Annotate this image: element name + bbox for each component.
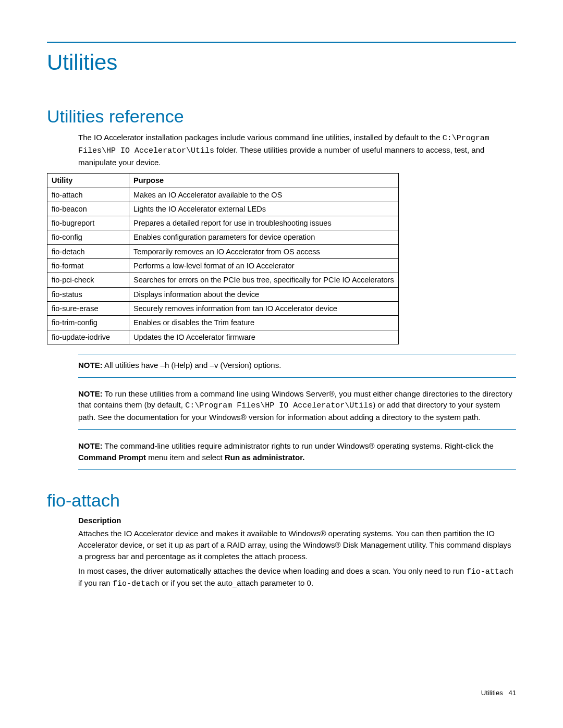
note-label: NOTE: bbox=[78, 361, 103, 369]
table-row: fio-beaconLights the IO Accelerator exte… bbox=[47, 202, 399, 216]
table-row: fio-sure-eraseSecurely removes informati… bbox=[47, 301, 399, 315]
cell-utility: fio-beacon bbox=[47, 202, 129, 216]
cell-purpose: Prepares a detailed report for use in tr… bbox=[129, 216, 399, 230]
col-header-utility: Utility bbox=[47, 174, 129, 188]
para2-post: or if you set the auto_attach parameter … bbox=[160, 578, 313, 587]
table-row: fio-attachMakes an IO Accelerator availa… bbox=[47, 188, 399, 202]
section-heading-utilities-reference: Utilities reference bbox=[47, 106, 516, 127]
cell-purpose: Temporarily removes an IO Accelerator fr… bbox=[129, 244, 399, 258]
col-header-purpose: Purpose bbox=[129, 174, 399, 188]
cell-purpose: Enables or disables the Trim feature bbox=[129, 316, 399, 330]
section-heading-fio-attach: fio-attach bbox=[47, 490, 516, 511]
cell-utility: fio-bugreport bbox=[47, 216, 129, 230]
note-label: NOTE: bbox=[78, 441, 103, 450]
cell-utility: fio-status bbox=[47, 287, 129, 301]
cell-utility: fio-pci-check bbox=[47, 273, 129, 287]
note-text-pre: The command-line utilities require admin… bbox=[103, 441, 494, 450]
description-paragraph-2: In most cases, the driver automatically … bbox=[78, 565, 516, 590]
cell-purpose: Securely removes information from tan IO… bbox=[129, 301, 399, 315]
intro-text-pre: The IO Accelerator installation packages… bbox=[78, 133, 443, 142]
para2-pre: In most cases, the driver automatically … bbox=[78, 566, 467, 575]
table-row: fio-update-iodriveUpdates the IO Acceler… bbox=[47, 330, 399, 344]
para2-code-2: fio-detach bbox=[113, 579, 160, 588]
top-rule bbox=[47, 42, 516, 43]
table-header-row: Utility Purpose bbox=[47, 174, 399, 188]
table-row: fio-configEnables configuration paramete… bbox=[47, 230, 399, 244]
note-block-1: NOTE: All utilities have –h (Help) and –… bbox=[78, 354, 516, 378]
cell-utility: fio-detach bbox=[47, 244, 129, 258]
cell-utility: fio-trim-config bbox=[47, 316, 129, 330]
note-bold-1: Command Prompt bbox=[78, 453, 146, 462]
cell-purpose: Displays information about the device bbox=[129, 287, 399, 301]
cell-purpose: Makes an IO Accelerator available to the… bbox=[129, 188, 399, 202]
description-paragraph-1: Attaches the IO Accelerator device and m… bbox=[78, 528, 516, 562]
footer-section: Utilities bbox=[481, 689, 503, 697]
cell-purpose: Lights the IO Accelerator external LEDs bbox=[129, 202, 399, 216]
note-block-3: NOTE: The command-line utilities require… bbox=[78, 434, 516, 470]
note-label: NOTE: bbox=[78, 389, 103, 398]
note-text: All utilities have –h (Help) and –v (Ver… bbox=[103, 361, 282, 369]
table-row: fio-formatPerforms a low-level format of… bbox=[47, 259, 399, 273]
cell-purpose: Searches for errors on the PCIe bus tree… bbox=[129, 273, 399, 287]
note-bold-2: Run as administrator. bbox=[225, 453, 304, 462]
para2-mid: if you ran bbox=[78, 578, 113, 587]
table-row: fio-detachTemporarily removes an IO Acce… bbox=[47, 244, 399, 258]
cell-utility: fio-config bbox=[47, 230, 129, 244]
note-block-2: NOTE: To run these utilities from a comm… bbox=[78, 382, 516, 430]
footer-page-number: 41 bbox=[509, 689, 516, 697]
utilities-table: Utility Purpose fio-attachMakes an IO Ac… bbox=[47, 173, 399, 344]
intro-paragraph: The IO Accelerator installation packages… bbox=[78, 132, 516, 168]
cell-purpose: Updates the IO Accelerator firmware bbox=[129, 330, 399, 344]
note-text-mid: menu item and select bbox=[146, 453, 225, 462]
cell-utility: fio-update-iodrive bbox=[47, 330, 129, 344]
cell-utility: fio-sure-erase bbox=[47, 301, 129, 315]
document-page: Utilities Utilities reference The IO Acc… bbox=[0, 0, 563, 728]
table-row: fio-statusDisplays information about the… bbox=[47, 287, 399, 301]
cell-purpose: Enables configuration parameters for dev… bbox=[129, 230, 399, 244]
subhead-description: Description bbox=[78, 516, 516, 525]
note-code-path: C:\Program Files\HP IO Accelerator\Utils bbox=[185, 401, 373, 410]
utilities-table-body: fio-attachMakes an IO Accelerator availa… bbox=[47, 188, 399, 344]
page-footer: Utilities 41 bbox=[481, 689, 516, 697]
cell-purpose: Performs a low-level format of an IO Acc… bbox=[129, 259, 399, 273]
cell-utility: fio-attach bbox=[47, 188, 129, 202]
table-row: fio-trim-configEnables or disables the T… bbox=[47, 316, 399, 330]
cell-utility: fio-format bbox=[47, 259, 129, 273]
page-title: Utilities bbox=[47, 50, 516, 75]
para2-code-1: fio-attach bbox=[467, 567, 513, 576]
table-row: fio-bugreportPrepares a detailed report … bbox=[47, 216, 399, 230]
table-row: fio-pci-checkSearches for errors on the … bbox=[47, 273, 399, 287]
